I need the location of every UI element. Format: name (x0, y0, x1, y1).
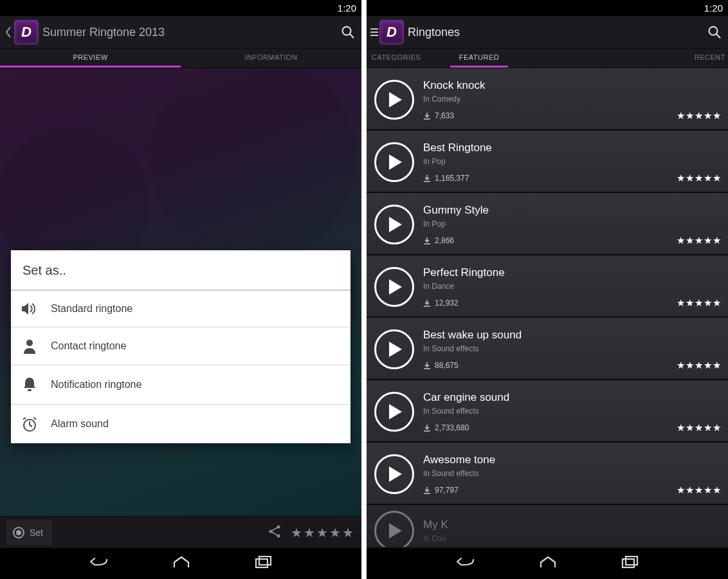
ringtone-category: In Sound effects (423, 344, 720, 353)
rating-stars[interactable]: ★★★★★ (291, 525, 355, 540)
ringtone-category: In Pop (423, 157, 720, 166)
rating-stars: ★★★★★ (677, 360, 722, 371)
rating-stars: ★★★★★ (677, 484, 722, 496)
ringtone-row[interactable]: Perfect Ringtone In Dance 12,932 ★★★★★ (367, 255, 728, 318)
svg-point-0 (343, 27, 351, 35)
ringtone-list[interactable]: Knock knock In Comedy 7,633 ★★★★★ Best R… (367, 68, 728, 548)
ringtone-category: In Sound effects (423, 407, 720, 416)
play-button[interactable] (374, 392, 414, 432)
zedge-logo[interactable]: D (379, 20, 404, 44)
left-screen: 1:20 D Summer Ringtone 2013 PREVIEW INFO… (0, 0, 361, 579)
option-label: Alarm sound (51, 418, 109, 430)
ringtone-category: In Sound effects (423, 469, 720, 478)
set-label: Set (30, 528, 43, 538)
ringtone-meta: Best wake up sound In Sound effects 88,6… (423, 329, 720, 370)
option-label: Contact ringtone (51, 340, 126, 352)
play-button[interactable] (374, 267, 414, 307)
search-button[interactable] (705, 23, 724, 42)
tab-featured[interactable]: FEATURED (450, 49, 508, 68)
ringtone-meta: Gummy Style In Pop 2,866 (423, 204, 720, 245)
ringtone-name: Gummy Style (423, 204, 720, 217)
ringtone-category: In Pop (423, 219, 720, 228)
nav-bar (367, 548, 728, 579)
play-button[interactable] (374, 205, 414, 244)
download-icon (423, 486, 431, 494)
tab-categories[interactable]: CATEGORIES (367, 49, 450, 68)
detail-tabs: PREVIEW INFORMATION (0, 49, 361, 68)
ringtone-name: Best wake up sound (423, 329, 720, 342)
nav-back-icon[interactable] (455, 556, 475, 571)
status-time: 1:20 (338, 3, 356, 14)
download-icon (423, 424, 431, 432)
search-button[interactable] (338, 23, 358, 42)
ringtone-name: Best Ringtone (423, 142, 720, 154)
rating-stars: ★★★★★ (677, 235, 722, 246)
option-label: Standard ringtone (51, 303, 132, 315)
bell-icon (20, 376, 39, 393)
download-icon (423, 362, 431, 369)
ringtone-row[interactable]: Knock knock In Comedy 7,633 ★★★★★ (367, 68, 728, 131)
svg-line-6 (30, 425, 32, 427)
ringtone-tabs: CATEGORIES FEATURED RECENT (367, 49, 728, 68)
play-button[interactable] (374, 511, 414, 549)
tab-preview[interactable]: PREVIEW (0, 49, 181, 68)
nav-bar (0, 548, 361, 579)
play-button[interactable] (374, 142, 414, 182)
ringtone-row[interactable]: Best wake up sound In Sound effects 88,6… (367, 318, 728, 380)
preview-artwork: Set as.. Standard ringtone Contact ringt… (0, 68, 361, 516)
status-bar: 1:20 (367, 0, 728, 16)
play-button[interactable] (374, 80, 414, 120)
ringtone-name: Car engine sound (423, 391, 720, 404)
ringtone-category: In Cou (423, 534, 720, 543)
ringtone-row[interactable]: Awesome tone In Sound effects 97,797 ★★★… (367, 443, 728, 505)
option-alarm-sound[interactable]: Alarm sound (11, 405, 350, 443)
share-button[interactable] (268, 524, 282, 541)
ringtone-name: Knock knock (423, 79, 720, 92)
svg-rect-12 (256, 559, 268, 567)
nav-home-icon[interactable] (172, 556, 190, 571)
play-button[interactable] (374, 454, 414, 494)
status-bar: 1:20 (0, 0, 361, 16)
svg-point-14 (709, 27, 718, 35)
zedge-logo[interactable]: D (14, 20, 39, 44)
ringtone-row[interactable]: My K In Cou (367, 505, 728, 548)
svg-line-1 (350, 34, 354, 38)
ringtone-row[interactable]: Car engine sound In Sound effects 2,733,… (367, 380, 728, 443)
play-button[interactable] (374, 329, 414, 369)
ringtone-category: In Dance (423, 282, 720, 291)
ringtone-meta: Perfect Ringtone In Dance 12,932 (423, 266, 720, 308)
download-icon (423, 112, 431, 120)
back-button[interactable] (4, 26, 13, 38)
dialog-title: Set as.. (11, 250, 350, 291)
tab-recent[interactable]: RECENT (508, 49, 728, 68)
set-radio-icon (13, 527, 24, 538)
rating-stars: ★★★★★ (677, 172, 722, 184)
set-button[interactable]: Set (6, 520, 52, 546)
set-as-dialog: Set as.. Standard ringtone Contact ringt… (11, 250, 350, 443)
option-contact-ringtone[interactable]: Contact ringtone (11, 327, 350, 365)
download-icon (423, 299, 431, 307)
svg-line-11 (272, 532, 277, 535)
nav-recents-icon[interactable] (255, 556, 273, 571)
right-screen: 1:20 D Ringtones CATEGORIES FEATURED REC… (367, 0, 728, 579)
volume-icon (20, 302, 39, 316)
ringtone-row[interactable]: Gummy Style In Pop 2,866 ★★★★★ (367, 193, 728, 255)
svg-line-10 (272, 528, 277, 531)
svg-line-15 (716, 34, 720, 38)
ringtone-category: In Comedy (423, 95, 720, 104)
page-title: Ringtones (408, 26, 705, 39)
nav-back-icon[interactable] (89, 556, 108, 571)
nav-home-icon[interactable] (539, 556, 557, 571)
option-notification-ringtone[interactable]: Notification ringtone (11, 365, 350, 405)
status-time: 1:20 (704, 3, 723, 14)
tab-information[interactable]: INFORMATION (181, 49, 361, 68)
ringtone-meta: Knock knock In Comedy 7,633 (423, 79, 720, 120)
svg-rect-16 (623, 559, 634, 567)
rating-stars: ★★★★★ (677, 110, 722, 122)
nav-recents-icon[interactable] (621, 556, 639, 571)
ringtone-downloads: 97,797 (423, 486, 720, 495)
ringtone-row[interactable]: Best Ringtone In Pop 1,165,377 ★★★★★ (367, 131, 728, 193)
option-label: Notification ringtone (51, 379, 141, 391)
option-standard-ringtone[interactable]: Standard ringtone (11, 291, 350, 327)
ringtone-downloads: 12,932 (423, 299, 720, 308)
